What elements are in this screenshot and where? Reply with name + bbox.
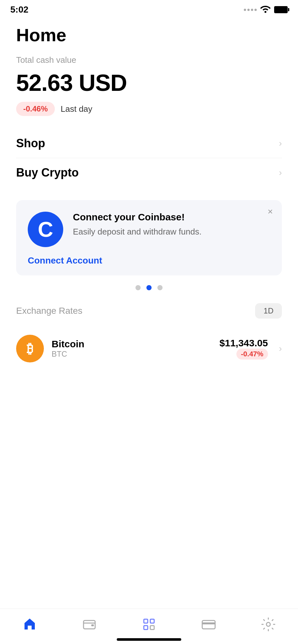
bitcoin-icon: ₿ [16,335,44,362]
shop-link[interactable]: Shop › [16,129,282,158]
svg-rect-6 [202,620,215,629]
scan-icon [141,617,157,632]
buy-crypto-label: Buy Crypto [16,166,79,179]
battery-icon [274,6,288,13]
close-button[interactable]: × [268,207,273,216]
svg-rect-4 [144,626,148,630]
wallet-icon [82,617,97,632]
exchange-header: Exchange Rates 1D [16,303,282,319]
shop-label: Shop [16,137,45,150]
shop-chevron-icon: › [279,138,282,149]
bitcoin-change: -0.47% [236,349,268,360]
svg-rect-1 [91,624,94,626]
coinbase-logo-letter: C [38,217,53,242]
coinbase-card: × C Connect your Coinbase! Easily deposi… [16,200,282,275]
card-description: Easily deposit and withdraw funds. [73,226,270,237]
exchange-section: Exchange Rates 1D ₿ Bitcoin BTC $11,343.… [0,303,298,369]
time-filter[interactable]: 1D [255,303,282,319]
svg-point-8 [266,622,270,626]
dot-1 [135,285,141,290]
dot-3 [157,285,163,290]
change-badge: -0.46% [16,102,55,116]
bitcoin-chevron-icon: › [279,343,282,354]
bitcoin-row[interactable]: ₿ Bitcoin BTC $11,343.05 -0.47% › [16,328,282,369]
total-cash-label: Total cash value [16,55,282,65]
connect-account-link[interactable]: Connect Account [28,255,270,266]
card-icon [201,617,216,632]
gear-icon [261,617,276,632]
svg-rect-3 [150,619,154,623]
nav-card[interactable] [201,617,216,632]
change-row: -0.46% Last day [16,102,282,116]
bitcoin-ticker: BTC [52,350,212,359]
bitcoin-name: Bitcoin [52,339,212,350]
page-title: Home [16,24,282,45]
exchange-title: Exchange Rates [16,306,82,316]
dot-2 [146,285,152,290]
wifi-icon [260,5,271,15]
nav-home[interactable] [22,617,37,632]
buy-crypto-chevron-icon: › [279,168,282,178]
total-cash-value: 52.63 USD [16,70,282,96]
home-icon [22,617,37,632]
nav-wallet[interactable] [82,617,97,632]
status-bar: 5:02 [0,0,298,18]
home-indicator [117,638,181,641]
bitcoin-info: Bitcoin BTC [52,339,212,359]
svg-rect-2 [144,619,148,623]
status-icons [244,5,288,15]
card-title: Connect your Coinbase! [73,212,270,223]
change-period: Last day [61,104,92,114]
svg-rect-7 [202,622,215,624]
nav-settings[interactable] [261,617,276,632]
main-content: Home Total cash value 52.63 USD -0.46% L… [0,18,298,290]
card-text: Connect your Coinbase! Easily deposit an… [73,212,270,237]
bitcoin-price: $11,343.05 [220,338,268,349]
svg-rect-5 [150,626,154,630]
nav-scan[interactable] [141,617,157,632]
status-time: 5:02 [10,5,28,15]
coinbase-logo: C [28,212,63,247]
pagination-dots [16,285,282,290]
signal-icon [244,9,257,11]
bitcoin-price-col: $11,343.05 -0.47% [220,338,268,360]
buy-crypto-link[interactable]: Buy Crypto › [16,158,282,187]
card-body: C Connect your Coinbase! Easily deposit … [28,212,270,247]
bitcoin-symbol: ₿ [27,341,33,356]
